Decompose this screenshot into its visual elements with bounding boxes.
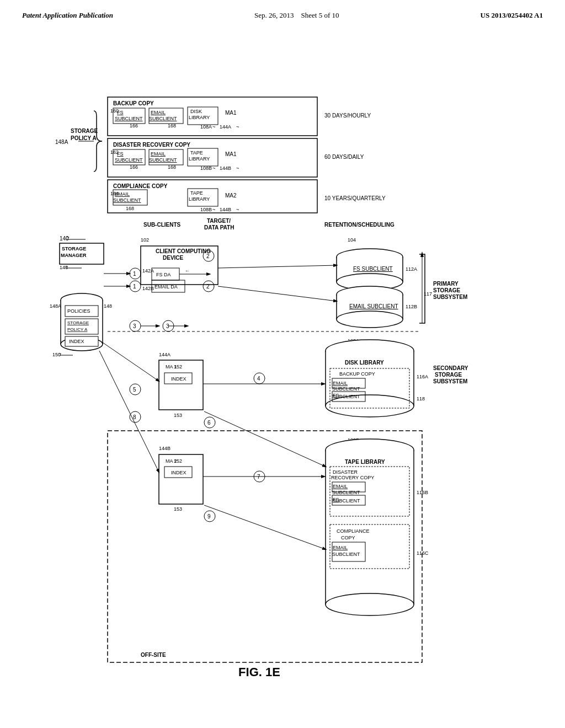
svg-text:153: 153 — [174, 506, 182, 512]
svg-text:INDEX: INDEX — [171, 470, 186, 475]
svg-text:FS DA: FS DA — [156, 272, 171, 277]
svg-text:EMAIL: EMAIL — [333, 484, 348, 489]
svg-text:153: 153 — [174, 413, 182, 418]
svg-text:168: 168 — [168, 123, 176, 129]
svg-text:OFF-SITE: OFF-SITE — [141, 652, 166, 658]
svg-text:SECONDARY: SECONDARY — [433, 365, 468, 371]
svg-text:DEVICE: DEVICE — [163, 255, 184, 261]
svg-text:DISK LIBRARY: DISK LIBRARY — [345, 360, 384, 366]
svg-text:TAPE LIBRARY: TAPE LIBRARY — [345, 459, 385, 465]
svg-text:RECOVERY COPY: RECOVERY COPY — [331, 475, 374, 480]
svg-text:144B: 144B — [220, 165, 231, 171]
svg-text:144B: 144B — [220, 207, 231, 212]
page-header: Patent Application Publication Sep. 26, … — [22, 11, 543, 20]
svg-text:SUBCLIENT: SUBCLIENT — [332, 386, 360, 392]
svg-text:SUBCLIENT: SUBCLIENT — [149, 116, 177, 121]
svg-line-212 — [204, 411, 326, 467]
svg-text:FS: FS — [117, 110, 124, 115]
svg-text:EMAIL: EMAIL — [151, 151, 166, 157]
svg-text:SUBCLIENT: SUBCLIENT — [332, 490, 360, 495]
svg-text:SUBCLIENT: SUBCLIENT — [115, 116, 143, 121]
svg-text:148A: 148A — [50, 303, 61, 309]
svg-text:~: ~ — [66, 234, 70, 240]
svg-text:SUBSYSTEM: SUBSYSTEM — [433, 294, 467, 300]
svg-text:INDEX: INDEX — [171, 376, 186, 382]
svg-text:COMPLIANCE: COMPLIANCE — [337, 528, 370, 534]
svg-text:DATA PATH: DATA PATH — [204, 224, 234, 231]
svg-text:EMAIL DA: EMAIL DA — [154, 284, 178, 290]
svg-line-210 — [218, 286, 337, 301]
svg-text:3: 3 — [133, 323, 136, 329]
svg-text:POLICY A: POLICY A — [71, 135, 97, 141]
svg-text:~: ~ — [236, 207, 239, 212]
svg-text:6: 6 — [207, 420, 211, 426]
svg-text:144A: 144A — [220, 124, 231, 130]
svg-text:166: 166 — [130, 164, 138, 170]
svg-text:CLIENT COMPUTING: CLIENT COMPUTING — [156, 248, 211, 254]
svg-text:104: 104 — [348, 237, 356, 243]
svg-text:STORAGE: STORAGE — [435, 372, 462, 378]
svg-text:2: 2 — [206, 253, 210, 259]
svg-text:9: 9 — [207, 513, 211, 520]
svg-text:POLICY A: POLICY A — [67, 327, 88, 332]
svg-text:SUB-CLIENTS: SUB-CLIENTS — [143, 222, 181, 228]
header-right: US 2013/0254402 A1 — [481, 11, 543, 20]
svg-text:EMAIL: EMAIL — [115, 191, 130, 197]
svg-text:SUBCLIENT: SUBCLIENT — [113, 197, 141, 203]
svg-text:~: ~ — [236, 124, 239, 130]
svg-text:~: ~ — [212, 165, 215, 171]
svg-line-214 — [99, 351, 159, 472]
diagram-area: STORAGE POLICY A 148A BACKUP COPY 160 FS… — [22, 25, 543, 687]
svg-text:102: 102 — [141, 237, 149, 243]
svg-text:~: ~ — [236, 165, 239, 171]
svg-text:EMAIL: EMAIL — [151, 110, 166, 115]
svg-text:FS: FS — [117, 151, 124, 157]
svg-text:2: 2 — [206, 283, 210, 290]
svg-point-184 — [326, 593, 414, 615]
svg-text:MA1: MA1 — [225, 110, 237, 116]
svg-text:108A: 108A — [200, 124, 212, 130]
svg-text:POLICIES: POLICIES — [67, 308, 90, 314]
svg-text:116A: 116A — [417, 374, 428, 379]
svg-text:SUBSYSTEM: SUBSYSTEM — [433, 378, 467, 384]
svg-text:SUBCLIENT: SUBCLIENT — [332, 498, 360, 504]
storage-policy-a-label: STORAGE — [71, 128, 98, 134]
svg-text:8: 8 — [133, 414, 136, 420]
svg-text:166: 166 — [130, 123, 138, 129]
svg-text:10 YEARS/QUARTERLY: 10 YEARS/QUARTERLY — [324, 195, 386, 201]
svg-text:BACKUP COPY: BACKUP COPY — [113, 100, 154, 106]
svg-text:144A: 144A — [159, 352, 170, 357]
svg-text:148A: 148A — [55, 139, 68, 145]
svg-text:142B: 142B — [142, 286, 154, 291]
svg-text:FIG. 1E: FIG. 1E — [238, 665, 280, 679]
svg-text:EMAIL: EMAIL — [333, 381, 348, 386]
svg-text:STORAGE: STORAGE — [433, 287, 461, 293]
svg-text:LIBRARY: LIBRARY — [189, 156, 210, 162]
svg-text:1: 1 — [133, 283, 136, 290]
svg-text:152: 152 — [174, 458, 182, 464]
svg-text:STORAGE: STORAGE — [67, 320, 89, 325]
svg-text:PRIMARY: PRIMARY — [433, 281, 459, 287]
svg-text:148: 148 — [104, 303, 112, 309]
svg-text:RETENTION/SCHEDULING: RETENTION/SCHEDULING — [324, 222, 395, 228]
svg-text:4: 4 — [257, 376, 260, 382]
svg-text:COMPLIANCE COPY: COMPLIANCE COPY — [113, 183, 168, 189]
svg-text:144B: 144B — [159, 446, 170, 451]
svg-text:EMAIL SUBCLIENT: EMAIL SUBCLIENT — [349, 303, 398, 309]
svg-text:142A: 142A — [142, 268, 154, 274]
svg-text:SUBCLIENT: SUBCLIENT — [332, 552, 360, 557]
svg-text:108B: 108B — [200, 165, 212, 171]
svg-line-209 — [218, 265, 337, 268]
svg-text:MA1: MA1 — [225, 151, 237, 157]
svg-text:STORAGE: STORAGE — [62, 246, 86, 251]
page: Patent Application Publication Sep. 26, … — [0, 0, 565, 728]
svg-text:TAPE: TAPE — [190, 150, 203, 156]
svg-text:1: 1 — [133, 271, 136, 277]
svg-text:~: ~ — [65, 264, 68, 269]
svg-point-121 — [337, 311, 403, 328]
svg-text:MANAGER: MANAGER — [61, 253, 87, 258]
header-left: Patent Application Publication — [22, 11, 113, 20]
svg-text:60 DAYS/DAILY: 60 DAYS/DAILY — [324, 154, 364, 160]
svg-text:LIBRARY: LIBRARY — [189, 196, 210, 202]
svg-text:LIBRARY: LIBRARY — [189, 115, 210, 120]
